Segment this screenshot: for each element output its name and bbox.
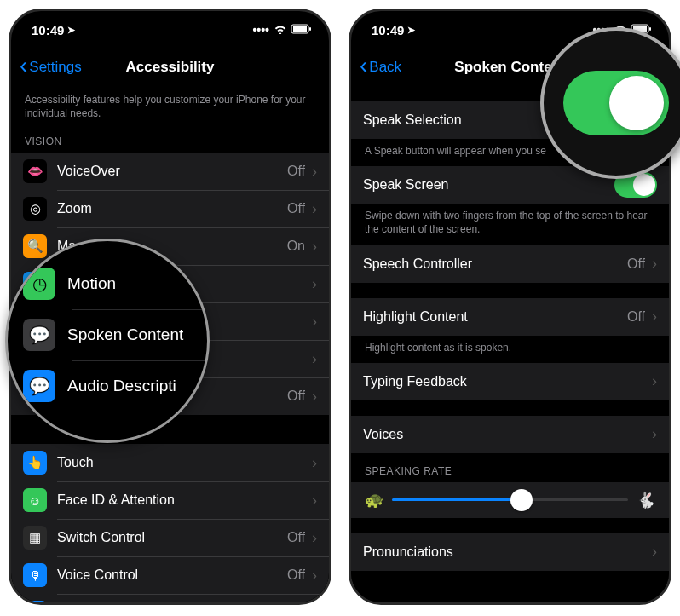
status-bar: 10:49 ➤ •••• <box>11 11 329 49</box>
row-voices[interactable]: Voices › <box>351 416 669 453</box>
row-value: Off <box>287 530 305 545</box>
zoom-icon: ◎ <box>23 197 47 221</box>
speak-screen-footer: Swipe down with two fingers from the top… <box>351 204 669 245</box>
toggle-knob <box>609 76 664 130</box>
row-label: Switch Control <box>57 530 287 545</box>
chevron-right-icon: › <box>312 163 317 181</box>
row-label: Voices <box>363 427 652 442</box>
voicectrl-icon: 🎙 <box>23 563 47 587</box>
chevron-right-icon: › <box>652 308 657 325</box>
location-icon: ➤ <box>407 25 415 36</box>
svg-rect-2 <box>309 27 311 31</box>
back-label: Settings <box>29 59 81 76</box>
row-value: Off <box>287 389 305 404</box>
callout-spoken-content: ◷ Motion 💬 Spoken Content 💬 Audio Descri… <box>5 239 210 443</box>
slider-fill <box>392 498 522 501</box>
chevron-right-icon: › <box>312 388 317 406</box>
row-label: Typing Feedback <box>363 374 652 389</box>
chevron-right-icon: › <box>652 425 657 443</box>
status-time: 10:49 ➤ <box>372 23 415 37</box>
chevron-right-icon: › <box>312 275 317 293</box>
rate-header: SPEAKING RATE <box>351 453 669 482</box>
chevron-right-icon: › <box>312 200 317 218</box>
zoom-row-spoken[interactable]: 💬 Spoken Content <box>8 309 207 360</box>
row-voiceover[interactable]: 👄 VoiceOver Off › <box>11 153 329 190</box>
wifi-icon <box>274 23 287 37</box>
row-speech-controller[interactable]: Speech Controller Off › <box>351 245 669 283</box>
hare-icon: 🐇 <box>637 491 655 509</box>
sidebtn-icon: ▢ <box>23 601 47 602</box>
row-label: Touch <box>57 455 312 470</box>
chevron-right-icon: › <box>312 492 317 509</box>
voiceover-icon: 👄 <box>23 159 47 183</box>
row-value: Off <box>627 309 645 325</box>
status-time: 10:49 ➤ <box>32 23 75 37</box>
location-icon: ➤ <box>67 25 75 36</box>
back-button[interactable]: Back <box>360 59 401 76</box>
row-label: Spoken Content <box>67 325 192 344</box>
chevron-right-icon: › <box>312 313 317 331</box>
row-label: Zoom <box>57 201 287 216</box>
nav-bar: Settings Accessibility <box>11 49 329 86</box>
row-label: Audio Descripti <box>67 377 192 395</box>
battery-icon <box>291 23 312 37</box>
row-label: Pronunciations <box>363 544 652 560</box>
spoken-icon: 💬 <box>23 319 55 351</box>
speak-selection-toggle[interactable] <box>563 71 669 135</box>
svg-rect-5 <box>649 27 651 31</box>
row-zoom[interactable]: ◎ Zoom Off › <box>11 190 329 227</box>
chevron-right-icon: › <box>652 372 657 390</box>
switch-icon: ▦ <box>23 526 47 550</box>
chevron-right-icon: › <box>652 543 657 561</box>
chevron-right-icon: › <box>312 567 317 584</box>
row-label: Speech Controller <box>363 256 627 272</box>
zoom-row-motion[interactable]: ◷ Motion <box>8 258 207 309</box>
row-value: On <box>287 239 305 254</box>
clock: 10:49 <box>32 23 64 37</box>
row-typing[interactable]: Typing Feedback › <box>351 363 669 400</box>
zoom-row-audiodesc[interactable]: 💬 Audio Descripti <box>8 360 207 412</box>
svg-rect-1 <box>293 26 307 32</box>
row-label: Highlight Content <box>363 309 627 325</box>
chevron-right-icon: › <box>652 255 657 273</box>
back-button[interactable]: Settings <box>20 59 82 76</box>
row-label: Motion <box>67 274 192 293</box>
row-value: Off <box>287 201 305 216</box>
faceid-icon: ☺ <box>23 488 47 512</box>
audiodesc-icon: 💬 <box>23 370 55 402</box>
row-sidebtn[interactable]: ▢ Side Button › <box>11 594 329 602</box>
vision-header: VISION <box>11 124 329 153</box>
row-value: Off <box>627 256 645 272</box>
highlight-footer: Highlight content as it is spoken. <box>351 336 669 363</box>
row-switch[interactable]: ▦ Switch Control Off › <box>11 519 329 556</box>
slider-track[interactable] <box>392 498 628 501</box>
row-highlight[interactable]: Highlight Content Off › <box>351 298 669 336</box>
chevron-right-icon: › <box>312 238 317 256</box>
row-pronunciations[interactable]: Pronunciations › <box>351 533 669 571</box>
back-label: Back <box>369 59 401 76</box>
row-label: Voice Control <box>57 567 287 583</box>
speaking-rate-slider[interactable]: 🐢 🐇 <box>351 482 669 518</box>
magnifier-icon: 🔍 <box>23 234 47 258</box>
chevron-right-icon: › <box>312 454 317 472</box>
row-faceid[interactable]: ☺ Face ID & Attention › <box>11 481 329 519</box>
clock: 10:49 <box>372 23 404 37</box>
row-touch[interactable]: 👆 Touch › <box>11 444 329 481</box>
intro-text: Accessibility features help you customiz… <box>11 86 329 124</box>
row-label: Speak Screen <box>363 177 614 193</box>
callout-toggle-on <box>540 27 680 179</box>
status-icons: •••• <box>252 23 312 37</box>
tortoise-icon: 🐢 <box>365 491 383 509</box>
chevron-right-icon: › <box>312 350 317 368</box>
row-label: Face ID & Attention <box>57 492 312 508</box>
row-voicectrl[interactable]: 🎙 Voice Control Off › <box>11 556 329 594</box>
touch-icon: 👆 <box>23 451 47 475</box>
slider-thumb[interactable] <box>510 489 533 511</box>
chevron-right-icon: › <box>312 529 317 547</box>
signal-icon: •••• <box>252 23 269 37</box>
row-value: Off <box>287 164 305 179</box>
row-value: Off <box>287 567 305 583</box>
row-label: VoiceOver <box>57 164 287 179</box>
